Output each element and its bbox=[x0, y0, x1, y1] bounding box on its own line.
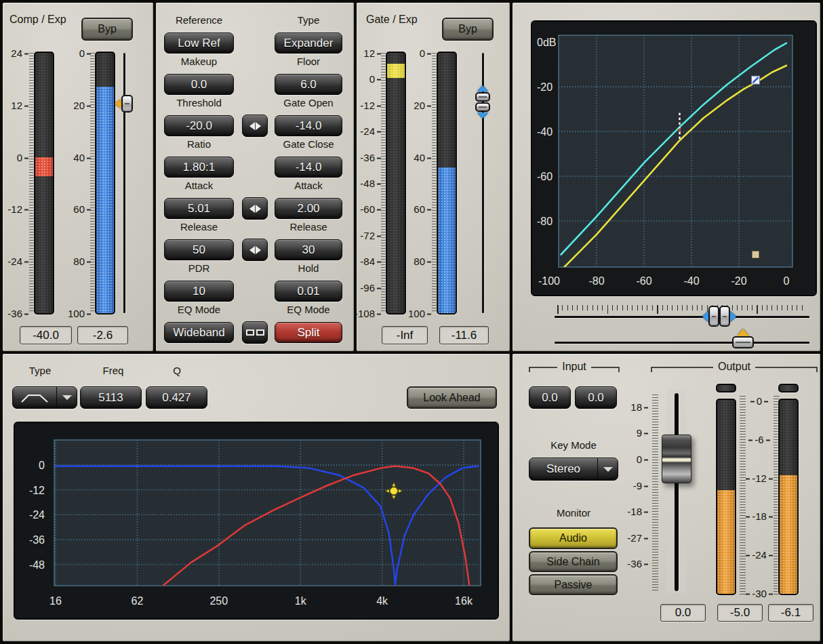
gate-exp-section: Gate / Exp Byp 120-12-24-36-48-60-72-84-… bbox=[357, 3, 510, 351]
param-gate-floor-value[interactable]: 6.0 bbox=[275, 74, 342, 95]
eq-graph-canvas[interactable]: 0-12-24-36-4816622501k4k16k bbox=[15, 423, 498, 618]
output-fader-ticks bbox=[652, 395, 658, 591]
input-gain-right-value[interactable]: 0.0 bbox=[575, 386, 617, 409]
xfer-x-tick-label: -40 bbox=[683, 275, 699, 287]
dual-handle-knob-left[interactable] bbox=[708, 306, 719, 327]
output-meter-scale: 0-6-12-18-24-30 bbox=[746, 401, 773, 593]
gate-handle-knob-top[interactable] bbox=[475, 92, 490, 102]
gate-gr-fill bbox=[438, 167, 456, 313]
link-release-button[interactable] bbox=[242, 239, 268, 261]
param-comp-pdr-value[interactable]: 10 bbox=[164, 281, 234, 302]
param-comp-release-value[interactable]: 50 bbox=[164, 239, 234, 260]
param-comp-eq-mode-value[interactable]: Wideband bbox=[164, 322, 234, 343]
fader-scale-label: 9 bbox=[637, 427, 648, 439]
fader-value-readout[interactable]: 0.0 bbox=[660, 604, 706, 622]
gate-db-scale-label: -60 bbox=[360, 203, 381, 215]
param-comp-ratio-value[interactable]: 1.80:1 bbox=[164, 157, 234, 178]
dual-handle-left-arrow-icon bbox=[702, 311, 708, 322]
gate-gr-scale: 020406080100 bbox=[408, 53, 431, 313]
param-gate-release-value[interactable]: 30 bbox=[275, 239, 342, 260]
key-mode-dropdown[interactable]: Stereo bbox=[529, 458, 618, 481]
output-fader-track[interactable] bbox=[675, 393, 679, 591]
monitor-audio-button[interactable]: Audio bbox=[529, 527, 618, 549]
output-fader-knob[interactable] bbox=[662, 435, 691, 483]
dual-handle-knob-right[interactable] bbox=[719, 306, 730, 327]
threshold-ruler bbox=[557, 305, 807, 314]
xfer-y-tick-label: -60 bbox=[537, 171, 553, 182]
comp-db-readout: -40.0 bbox=[20, 326, 72, 344]
eq-y-tick-label: -36 bbox=[29, 534, 45, 546]
single-handle-up-arrow-icon bbox=[737, 329, 749, 336]
look-ahead-button[interactable]: Look Ahead bbox=[407, 386, 497, 409]
transfer-graph[interactable]: 0dB-20-40-60-80-100-80-60-40-200 bbox=[531, 20, 817, 296]
comp-section-title: Comp / Exp bbox=[9, 14, 66, 26]
key-mode-arrow-icon[interactable] bbox=[597, 458, 618, 480]
eq-graph[interactable]: 0-12-24-36-4816622501k4k16k bbox=[14, 422, 499, 620]
eq-y-tick-label: -24 bbox=[29, 509, 45, 521]
gate-handle-knob-bottom[interactable] bbox=[475, 102, 490, 112]
param-gate-gate-open-value[interactable]: -14.0 bbox=[275, 115, 342, 136]
monitor-side-chain-button[interactable]: Side Chain bbox=[529, 551, 618, 572]
comp-threshold-hslider-track[interactable] bbox=[555, 342, 809, 344]
comp-gr-scale-label: 20 bbox=[73, 99, 91, 110]
param-gate-release-label: Release bbox=[275, 221, 342, 233]
param-gate-eq-mode-value[interactable]: Split bbox=[275, 322, 342, 343]
param-gate-gate-close-value[interactable]: -14.0 bbox=[275, 157, 342, 178]
output-left-readout: -5.0 bbox=[717, 604, 763, 622]
dropdown-arrow-icon[interactable] bbox=[56, 387, 77, 408]
gate-open-close-slider-handle[interactable] bbox=[702, 306, 736, 327]
input-gain-left-value[interactable]: 0.0 bbox=[529, 386, 571, 409]
eq-y-tick-label: -12 bbox=[29, 485, 45, 496]
fader-scale-label: 0 bbox=[637, 453, 648, 464]
param-comp-makeup-value[interactable]: 0.0 bbox=[164, 74, 234, 95]
comp-threshold-slider-track[interactable] bbox=[123, 53, 125, 313]
output-right-fill bbox=[780, 475, 797, 594]
comp-handle-arrow-icon bbox=[115, 99, 121, 108]
link-attack-button[interactable] bbox=[242, 197, 268, 220]
fader-scale-label: 18 bbox=[630, 401, 648, 413]
gate-peak-segment bbox=[387, 64, 405, 78]
link-arrows-icon bbox=[249, 246, 261, 254]
link-eq-mode-button[interactable] bbox=[242, 321, 268, 344]
comp-handle-knob[interactable] bbox=[121, 95, 133, 113]
comp-over-segment bbox=[35, 157, 53, 177]
gate-db-scale-label: -96 bbox=[360, 281, 381, 293]
output-scale-label: -6 bbox=[746, 433, 773, 445]
gate-section-title: Gate / Exp bbox=[366, 14, 418, 26]
comp-threshold-slider-handle[interactable] bbox=[115, 95, 133, 113]
eq-node bbox=[390, 487, 397, 495]
param-gate-type-value[interactable]: Expander bbox=[275, 33, 342, 54]
xfer-x-tick-label: -60 bbox=[636, 275, 651, 287]
link-arrows-icon bbox=[249, 205, 261, 213]
monitor-passive-button[interactable]: Passive bbox=[529, 574, 618, 595]
eq-x-tick-label: 250 bbox=[209, 595, 228, 607]
xfer-y-tick-label: -40 bbox=[537, 126, 553, 138]
gate-handle-down-arrow-icon bbox=[477, 113, 488, 119]
link-threshold-button[interactable] bbox=[242, 115, 268, 137]
param-gate-hold-value[interactable]: 0.01 bbox=[275, 281, 342, 302]
fader-scale-label: -18 bbox=[627, 505, 648, 517]
output-meter-right bbox=[778, 399, 799, 595]
comp-threshold-hslider-handle[interactable] bbox=[732, 329, 754, 348]
fader-scale-label: -27 bbox=[627, 531, 648, 543]
xfer-y-tick-label: -80 bbox=[537, 216, 553, 227]
transfer-graph-canvas[interactable]: 0dB-20-40-60-80-100-80-60-40-200 bbox=[532, 22, 816, 295]
comp-gr-scale-label: 60 bbox=[73, 203, 91, 215]
gate-db-ticks bbox=[381, 53, 386, 313]
single-handle-knob[interactable] bbox=[732, 336, 754, 348]
eq-type-dropdown[interactable] bbox=[12, 386, 77, 409]
param-comp-reference-value[interactable]: Low Ref bbox=[164, 33, 234, 54]
xfer-y-tick-label: -20 bbox=[537, 81, 553, 93]
comp-db-ticks bbox=[29, 53, 34, 313]
gate-range-slider-handle[interactable] bbox=[475, 85, 490, 119]
gate-bypass-button[interactable]: Byp bbox=[442, 18, 494, 41]
param-gate-attack-value[interactable]: 2.00 bbox=[275, 198, 342, 219]
comp-bypass-button[interactable]: Byp bbox=[81, 18, 133, 41]
param-comp-attack-value[interactable]: 5.01 bbox=[164, 198, 234, 219]
bandpass-shape-icon bbox=[13, 387, 56, 408]
eq-freq-value[interactable]: 5113 bbox=[80, 386, 142, 409]
gate-gr-scale-label: 60 bbox=[414, 203, 431, 215]
eq-q-value[interactable]: 0.427 bbox=[146, 386, 207, 409]
param-comp-threshold-value[interactable]: -20.0 bbox=[164, 115, 234, 136]
gate-open-close-slider-track[interactable] bbox=[555, 316, 809, 318]
